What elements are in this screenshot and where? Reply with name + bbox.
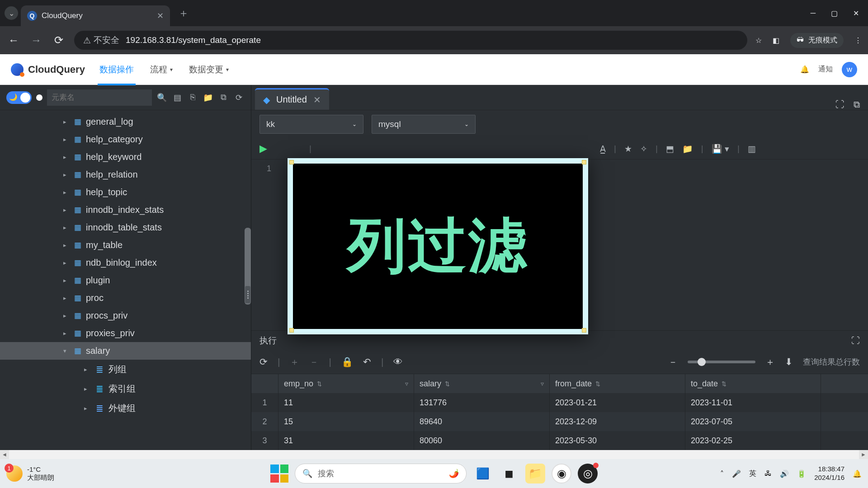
- column-header-to_date[interactable]: to_date⇅: [685, 374, 821, 393]
- resize-handle-icon[interactable]: [582, 328, 586, 333]
- caret-icon[interactable]: ▸: [63, 189, 70, 196]
- cell-salary[interactable]: 131776: [414, 393, 550, 412]
- nav-item-flow[interactable]: 流程 ▾: [148, 55, 175, 84]
- tree-item-help_category[interactable]: ▸▦help_category: [0, 131, 251, 148]
- tree-item-help_keyword[interactable]: ▸▦help_keyword: [0, 148, 251, 166]
- download-icon[interactable]: ⬇: [785, 357, 793, 367]
- tree-subitem[interactable]: ▸≣外键组: [0, 399, 251, 418]
- tree-item-ndb_binlog_index[interactable]: ▸▦ndb_binlog_index: [0, 254, 251, 272]
- locate-icon[interactable]: ▤: [172, 93, 183, 103]
- taskbar-clock[interactable]: 18:38:47 2024/1/16: [814, 465, 844, 482]
- tree-subitem[interactable]: ▸≣索引组: [0, 379, 251, 399]
- caret-icon[interactable]: ▸: [63, 154, 70, 160]
- battery-icon[interactable]: 🔋: [797, 469, 806, 478]
- notifications-icon[interactable]: 🔔: [853, 469, 862, 478]
- sort-icon[interactable]: ⇅: [595, 380, 600, 387]
- caret-icon[interactable]: ▸: [63, 312, 70, 319]
- browser-menu-icon[interactable]: ⋮: [854, 36, 862, 45]
- tree-item-help_relation[interactable]: ▸▦help_relation: [0, 166, 251, 183]
- new-tab-button[interactable]: ＋: [178, 6, 189, 20]
- caret-icon[interactable]: ▸: [84, 366, 90, 373]
- nav-item-data-change[interactable]: 数据变更 ▾: [187, 55, 231, 84]
- scroll-left-icon[interactable]: ◄: [0, 450, 9, 459]
- filter-icon[interactable]: ▿: [405, 380, 408, 387]
- taskbar-weather[interactable]: -1°C 大部晴朗: [6, 465, 54, 482]
- undo-icon[interactable]: ↶: [363, 357, 371, 367]
- cell-from_date[interactable]: 2023-01-21: [550, 393, 685, 412]
- search-icon[interactable]: 🔍: [156, 93, 167, 103]
- caret-icon[interactable]: ▸: [63, 242, 70, 249]
- sort-icon[interactable]: ⇅: [317, 380, 322, 387]
- lock-icon[interactable]: 🔒: [341, 357, 353, 367]
- popout-icon[interactable]: ⧉: [854, 99, 860, 110]
- ime-indicator[interactable]: 英: [749, 469, 756, 479]
- close-tab-icon[interactable]: ✕: [157, 11, 164, 21]
- cell-emp_no[interactable]: 31: [278, 431, 414, 450]
- column-header-from_date[interactable]: from_date⇅: [550, 374, 685, 393]
- tray-chevron-icon[interactable]: ˄: [720, 469, 724, 478]
- taskbar-obs-icon[interactable]: ◎: [578, 464, 598, 483]
- import-icon[interactable]: ⬒: [666, 144, 674, 154]
- zoom-slider[interactable]: [688, 361, 755, 363]
- expand-result-icon[interactable]: ⛶: [851, 336, 860, 346]
- add-row-icon[interactable]: ＋: [290, 356, 299, 368]
- tree-item-general_log[interactable]: ▸▦general_log: [0, 113, 251, 131]
- add-favorite-icon[interactable]: ✧: [640, 144, 647, 154]
- caret-icon[interactable]: ▸: [63, 118, 70, 125]
- expand-icon[interactable]: ⛶: [835, 99, 844, 110]
- tree-item-help_topic[interactable]: ▸▦help_topic: [0, 183, 251, 201]
- incognito-indicator[interactable]: 🕶 无痕模式: [790, 33, 844, 48]
- caret-icon[interactable]: ▸: [63, 224, 70, 231]
- nav-item-data-operation[interactable]: 数据操作: [98, 55, 136, 84]
- taskbar-explorer-icon[interactable]: 📁: [525, 464, 545, 483]
- tree-item-innodb_index_stats[interactable]: ▸▦innodb_index_stats: [0, 201, 251, 219]
- maximize-icon[interactable]: ▢: [831, 9, 838, 18]
- delete-row-icon[interactable]: －: [309, 356, 319, 368]
- start-button[interactable]: [270, 465, 288, 483]
- column-header-emp_no[interactable]: emp_no⇅▿: [278, 374, 414, 393]
- filter-icon[interactable]: ▿: [541, 380, 544, 387]
- drag-handle-icon[interactable]: [245, 286, 250, 303]
- tree-item-plugin[interactable]: ▸▦plugin: [0, 272, 251, 289]
- object-tree[interactable]: ▸▦general_log▸▦help_category▸▦help_keywo…: [0, 110, 251, 450]
- bookmark-star-icon[interactable]: ☆: [755, 36, 762, 45]
- refresh-icon[interactable]: ⟳: [233, 93, 244, 103]
- tree-item-procs_priv[interactable]: ▸▦procs_priv: [0, 307, 251, 324]
- forward-button[interactable]: →: [29, 34, 43, 47]
- caret-icon[interactable]: ▸: [84, 405, 90, 412]
- volume-icon[interactable]: 🔊: [780, 469, 789, 478]
- close-tab-icon[interactable]: ✕: [313, 94, 321, 105]
- result-tab-label[interactable]: 执行: [259, 335, 277, 347]
- tree-item-innodb_table_stats[interactable]: ▸▦innodb_table_stats: [0, 219, 251, 236]
- favorite-icon[interactable]: ★: [624, 144, 632, 154]
- cell-to_date[interactable]: 2023-02-25: [685, 431, 821, 450]
- caret-icon[interactable]: ▸: [63, 330, 70, 337]
- folder-icon[interactable]: 📁: [203, 93, 213, 103]
- caret-icon[interactable]: ▸: [63, 295, 70, 301]
- sort-icon[interactable]: ⇅: [722, 380, 726, 387]
- cell-to_date[interactable]: 2023-07-05: [685, 412, 821, 431]
- security-indicator[interactable]: ⚠ 不安全: [83, 34, 119, 46]
- back-button[interactable]: ←: [6, 34, 21, 47]
- caret-icon[interactable]: ▸: [63, 259, 70, 266]
- cell-from_date[interactable]: 2023-12-09: [550, 412, 685, 431]
- cell-salary[interactable]: 89640: [414, 412, 550, 431]
- bell-icon[interactable]: 🔔: [800, 65, 809, 74]
- caret-icon[interactable]: ▸: [63, 171, 70, 178]
- table-row[interactable]: 1111317762023-01-212023-11-01: [251, 393, 868, 412]
- mic-icon[interactable]: 🎤: [732, 469, 741, 478]
- tree-item-proc[interactable]: ▸▦proc: [0, 289, 251, 307]
- theme-toggle[interactable]: 🌙: [6, 91, 32, 104]
- minimize-icon[interactable]: ─: [811, 9, 816, 18]
- table-row[interactable]: 215896402023-12-092023-07-05: [251, 412, 868, 431]
- notify-label[interactable]: 通知: [818, 65, 833, 74]
- resize-handle-icon[interactable]: [582, 160, 586, 164]
- eye-icon[interactable]: 👁: [393, 357, 403, 367]
- taskbar-search[interactable]: 🔍 搜索 🌶️: [295, 464, 467, 483]
- scroll-right-icon[interactable]: ►: [859, 450, 868, 459]
- open-folder-icon[interactable]: 📁: [682, 144, 693, 154]
- network-icon[interactable]: 🖧: [764, 469, 772, 478]
- resize-handle-icon[interactable]: [289, 328, 294, 333]
- caret-icon[interactable]: ▸: [63, 277, 70, 284]
- export-icon[interactable]: ⎘: [187, 93, 198, 102]
